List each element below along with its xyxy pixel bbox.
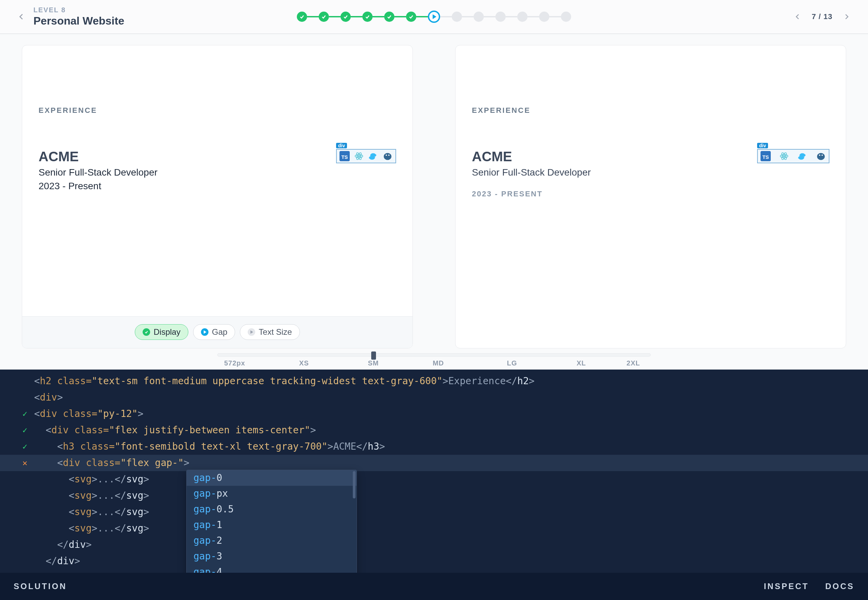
check-icon	[20, 438, 30, 455]
page-title: Personal Website	[33, 15, 124, 27]
react-icon	[354, 151, 364, 161]
gutter	[20, 488, 30, 504]
svg-point-11	[783, 155, 785, 157]
breakpoint-label: SM	[368, 359, 379, 367]
solution-button[interactable]: SOLUTION	[14, 582, 67, 591]
pill-label: Gap	[212, 327, 227, 337]
progress-dot[interactable]	[517, 12, 527, 22]
code-line[interactable]: <svg>...</svg>	[0, 504, 868, 520]
back-button[interactable]	[17, 12, 26, 21]
code-line[interactable]: <svg>...</svg>	[0, 471, 868, 488]
play-icon	[248, 328, 255, 336]
gutter	[20, 373, 30, 389]
code-line[interactable]: <div class="flex justify-between items-c…	[0, 422, 868, 438]
autocomplete-option[interactable]: gap-1	[187, 517, 357, 533]
task-pill[interactable]: Text Size	[240, 324, 299, 340]
inspect-button[interactable]: INSPECT	[764, 582, 809, 591]
progress-dot[interactable]	[474, 12, 484, 22]
experience-text: ACME Senior Full-Stack Developer 2023 - …	[472, 149, 591, 198]
code-line[interactable]: </div>	[0, 553, 868, 569]
experience-row: ACME Senior Full-Stack Developer 2023 - …	[38, 149, 396, 192]
svg-point-17	[822, 155, 823, 156]
progress-dot[interactable]	[362, 12, 372, 22]
svg-text:TS: TS	[762, 154, 769, 160]
experience-text: ACME Senior Full-Stack Developer 2023 - …	[38, 149, 158, 192]
progress-dot[interactable]	[428, 11, 440, 23]
footer-right: INSPECT DOCS	[764, 582, 854, 591]
company-name: ACME	[38, 149, 158, 164]
company-name: ACME	[472, 149, 591, 164]
progress-steps	[297, 11, 571, 23]
progress-dot[interactable]	[319, 12, 329, 22]
autocomplete-option[interactable]: gap-0	[187, 470, 357, 486]
typescript-icon: TS	[339, 151, 350, 161]
task-pill[interactable]: Display	[135, 324, 188, 340]
autocomplete-option[interactable]: gap-px	[187, 486, 357, 502]
autocomplete-option[interactable]: gap-3	[187, 548, 357, 564]
code-line[interactable]: <div class="flex gap-">	[0, 455, 868, 471]
experience-block: ACME Senior Full-Stack Developer 2023 - …	[472, 149, 830, 198]
experience-row: ACME Senior Full-Stack Developer 2023 - …	[472, 149, 830, 198]
postgres-icon	[816, 151, 826, 161]
next-step-button[interactable]	[842, 12, 851, 21]
breakpoint-label: MD	[433, 359, 444, 367]
play-icon	[201, 328, 208, 336]
chevron-left-icon	[18, 13, 25, 20]
code-line[interactable]: </div>	[0, 536, 868, 553]
scrollbar[interactable]	[353, 471, 356, 498]
svg-point-2	[358, 155, 360, 157]
breakpoint-label: LG	[507, 359, 517, 367]
autocomplete-option[interactable]: gap-0.5	[187, 502, 357, 517]
breakpoint-slider[interactable]: 572pxXSSMMDLGXL2XL	[217, 353, 651, 370]
autocomplete-popup[interactable]: gap-0gap-pxgap-0.5gap-1gap-2gap-3gap-4	[186, 470, 357, 574]
progress-dot[interactable]	[452, 12, 462, 22]
inspect-tag: div	[757, 143, 768, 148]
section-label: EXPERIENCE	[38, 106, 396, 115]
header-left: LEVEL 8 Personal Website	[17, 6, 124, 27]
progress-dot[interactable]	[297, 12, 307, 22]
svg-point-16	[819, 155, 820, 156]
pill-label: Display	[154, 327, 181, 337]
autocomplete-option[interactable]: gap-2	[187, 533, 357, 548]
docs-button[interactable]: DOCS	[825, 582, 854, 591]
progress-dot[interactable]	[384, 12, 394, 22]
check-icon	[20, 422, 30, 438]
error-icon	[20, 455, 30, 471]
tech-icons-highlight[interactable]: div TS	[336, 149, 396, 163]
progress-dot[interactable]	[561, 12, 571, 22]
check-icon	[143, 328, 150, 336]
task-pills: DisplayGapText Size	[135, 324, 299, 340]
tech-icons-highlight[interactable]: div TS	[757, 149, 830, 163]
code-line[interactable]: <h3 class="font-semibold text-xl text-gr…	[0, 438, 868, 455]
breakpoint-label: 2XL	[626, 359, 640, 367]
code-editor[interactable]: <h2 class="text-sm font-medium uppercase…	[0, 370, 868, 574]
slider-thumb[interactable]	[371, 352, 376, 360]
code-line[interactable]: <svg>...</svg>	[0, 488, 868, 504]
prev-step-button[interactable]	[793, 12, 802, 21]
react-icon	[779, 151, 789, 161]
dates: 2023 - Present	[38, 181, 158, 192]
role: Senior Full-Stack Developer	[472, 167, 591, 178]
postgres-icon	[383, 151, 393, 161]
level-label: LEVEL 8	[33, 6, 124, 14]
pane-inner: EXPERIENCE ACME Senior Full-Stack Develo…	[22, 89, 412, 192]
slider-track[interactable]	[217, 353, 651, 357]
code-line[interactable]: <div>	[0, 389, 868, 406]
code-line[interactable]: <h2 class="text-sm font-medium uppercase…	[0, 373, 868, 389]
slider-value-label: 572px	[224, 359, 245, 367]
editor-footer: SOLUTION INSPECT DOCS	[0, 573, 868, 600]
code-line[interactable]: <svg>...</svg>	[0, 520, 868, 536]
chevron-left-icon	[794, 13, 801, 20]
code-line[interactable]: <div class="py-12">	[0, 406, 868, 422]
progress-dot[interactable]	[341, 12, 351, 22]
gutter	[20, 504, 30, 520]
svg-point-7	[386, 155, 387, 156]
progress-dot[interactable]	[539, 12, 549, 22]
progress-dot[interactable]	[496, 12, 506, 22]
pane-inner: EXPERIENCE ACME Senior Full-Stack Develo…	[456, 89, 846, 198]
inspect-tag: div	[336, 143, 347, 148]
preview-panes: EXPERIENCE ACME Senior Full-Stack Develo…	[0, 34, 868, 348]
task-pill[interactable]: Gap	[193, 324, 235, 340]
breakpoint-label: XS	[299, 359, 309, 367]
progress-dot[interactable]	[406, 12, 416, 22]
